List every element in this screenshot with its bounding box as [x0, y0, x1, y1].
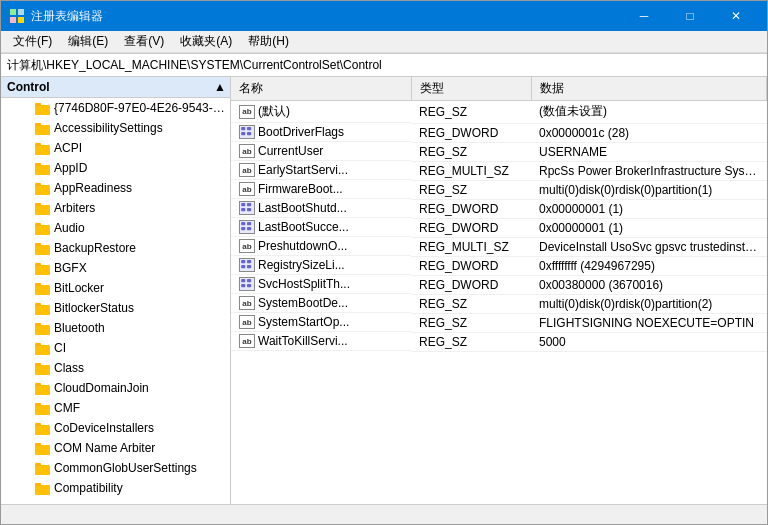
tree-item[interactable]: Class	[1, 358, 230, 378]
tree-item-label: CloudDomainJoin	[54, 381, 149, 395]
svg-rect-30	[35, 365, 50, 375]
table-cell-name: RegistrySizeLi...	[231, 256, 411, 275]
table-row[interactable]: abEarlyStartServi...REG_MULTI_SZRpcSs Po…	[231, 161, 767, 180]
minimize-button[interactable]: ─	[621, 1, 667, 31]
folder-icon	[35, 221, 51, 235]
tree-item[interactable]: ACPI	[1, 138, 230, 158]
tree-item[interactable]: Compatibility	[1, 478, 230, 498]
table-row[interactable]: RegistrySizeLi...REG_DWORD0xffffffff (42…	[231, 256, 767, 275]
tree-item[interactable]: COM Name Arbiter	[1, 438, 230, 458]
table-cell-type: REG_SZ	[411, 180, 531, 199]
content-scroll[interactable]: 名称 类型 数据 ab(默认)REG_SZ(数值未设置) BootDriverF…	[231, 77, 767, 504]
table-row[interactable]: abSystemStartOp...REG_SZ FLIGHTSIGNING N…	[231, 313, 767, 332]
table-cell-name: abPreshutdownO...	[231, 237, 411, 256]
table-row[interactable]: LastBootShutd...REG_DWORD0x00000001 (1)	[231, 199, 767, 218]
tree-item[interactable]: BGFX	[1, 258, 230, 278]
reg-name-text: EarlyStartServi...	[258, 163, 348, 177]
table-row[interactable]: SvcHostSplitTh...REG_DWORD0x00380000 (36…	[231, 275, 767, 294]
tree-item[interactable]: CoDeviceInstallers	[1, 418, 230, 438]
svg-rect-33	[35, 383, 41, 386]
table-cell-type: REG_DWORD	[411, 218, 531, 237]
table-cell-data: 0x00380000 (3670016)	[531, 275, 767, 294]
table-cell-type: REG_DWORD	[411, 275, 531, 294]
svg-rect-31	[35, 363, 41, 366]
table-row[interactable]: abWaitToKillServi...REG_SZ5000	[231, 332, 767, 351]
reg-dword-icon	[239, 220, 255, 234]
tree-item[interactable]: CommonGlobUserSettings	[1, 458, 230, 478]
menu-file[interactable]: 文件(F)	[5, 31, 60, 52]
tree-item[interactable]: Arbiters	[1, 198, 230, 218]
table-cell-data: RpcSs Power BrokerInfrastructure SystemE…	[531, 161, 767, 180]
svg-rect-57	[247, 260, 251, 263]
col-header-type[interactable]: 类型	[411, 77, 531, 101]
svg-rect-10	[35, 165, 50, 175]
main-area: Control ▲ {7746D80F-97E0-4E26-9543-26 Ac…	[1, 77, 767, 504]
table-row[interactable]: abPreshutdownO...REG_MULTI_SZDeviceInsta…	[231, 237, 767, 256]
tree-item-label: Compatibility	[54, 481, 123, 495]
col-header-data[interactable]: 数据	[531, 77, 767, 101]
reg-sz-icon: ab	[239, 182, 255, 196]
tree-item[interactable]: CMF	[1, 398, 230, 418]
table-row[interactable]: LastBootSucce...REG_DWORD0x00000001 (1)	[231, 218, 767, 237]
svg-rect-54	[241, 227, 245, 230]
tree-item-label: CommonGlobUserSettings	[54, 461, 197, 475]
svg-rect-52	[241, 222, 245, 225]
table-cell-data: 0x0000001c (28)	[531, 123, 767, 142]
folder-icon	[35, 121, 51, 135]
table-cell-type: REG_DWORD	[411, 123, 531, 142]
table-cell-data: 5000	[531, 332, 767, 351]
col-header-name[interactable]: 名称	[231, 77, 411, 101]
svg-rect-9	[35, 143, 41, 146]
reg-name-text: SystemStartOp...	[258, 315, 349, 329]
resize-handle[interactable]: ▲	[214, 80, 224, 94]
svg-rect-18	[35, 245, 50, 255]
reg-name-text: SystemBootDe...	[258, 296, 348, 310]
table-cell-data: multi(0)disk(0)rdisk(0)partition(2)	[531, 294, 767, 313]
menu-edit[interactable]: 编辑(E)	[60, 31, 116, 52]
svg-rect-27	[35, 323, 41, 326]
close-button[interactable]: ✕	[713, 1, 759, 31]
table-row[interactable]: abSystemBootDe...REG_SZmulti(0)disk(0)rd…	[231, 294, 767, 313]
svg-rect-51	[247, 208, 251, 211]
table-cell-data: 0x00000001 (1)	[531, 218, 767, 237]
folder-icon	[35, 321, 51, 335]
tree-item[interactable]: BitlockerStatus	[1, 298, 230, 318]
tree-item[interactable]: Bluetooth	[1, 318, 230, 338]
tree-item[interactable]: {7746D80F-97E0-4E26-9543-26	[1, 98, 230, 118]
reg-sz-icon: ab	[239, 334, 255, 348]
table-cell-name: SvcHostSplitTh...	[231, 275, 411, 294]
table-cell-name: ab(默认)	[231, 101, 411, 123]
svg-rect-17	[35, 223, 41, 226]
svg-rect-43	[35, 483, 41, 486]
menu-favorites[interactable]: 收藏夹(A)	[172, 31, 240, 52]
table-cell-name: abFirmwareBoot...	[231, 180, 411, 199]
maximize-button[interactable]: □	[667, 1, 713, 31]
tree-item[interactable]: CloudDomainJoin	[1, 378, 230, 398]
svg-rect-12	[35, 185, 50, 195]
table-row[interactable]: abFirmwareBoot...REG_SZmulti(0)disk(0)rd…	[231, 180, 767, 199]
svg-rect-5	[35, 103, 41, 106]
reg-dword-icon	[239, 277, 255, 291]
menu-help[interactable]: 帮助(H)	[240, 31, 297, 52]
folder-icon	[35, 281, 51, 295]
tree-item-label: Class	[54, 361, 84, 375]
menu-view[interactable]: 查看(V)	[116, 31, 172, 52]
svg-rect-2	[10, 17, 16, 23]
address-label: 计算机\HKEY_LOCAL_MACHINE\SYSTEM\CurrentCon…	[7, 57, 382, 74]
tree-item[interactable]: BitLocker	[1, 278, 230, 298]
tree-item[interactable]: CI	[1, 338, 230, 358]
tree-item[interactable]: AccessibilitySettings	[1, 118, 230, 138]
table-row[interactable]: BootDriverFlagsREG_DWORD0x0000001c (28)	[231, 123, 767, 142]
tree-item[interactable]: AppReadiness	[1, 178, 230, 198]
tree-item[interactable]: AppID	[1, 158, 230, 178]
tree-item[interactable]: BackupRestore	[1, 238, 230, 258]
folder-icon	[35, 161, 51, 175]
status-bar	[1, 504, 767, 524]
svg-rect-6	[35, 125, 50, 135]
reg-sz-icon: ab	[239, 144, 255, 158]
tree-item[interactable]: Audio	[1, 218, 230, 238]
table-row[interactable]: ab(默认)REG_SZ(数值未设置)	[231, 101, 767, 124]
table-cell-type: REG_SZ	[411, 332, 531, 351]
table-row[interactable]: abCurrentUserREG_SZUSERNAME	[231, 142, 767, 161]
svg-rect-61	[247, 279, 251, 282]
